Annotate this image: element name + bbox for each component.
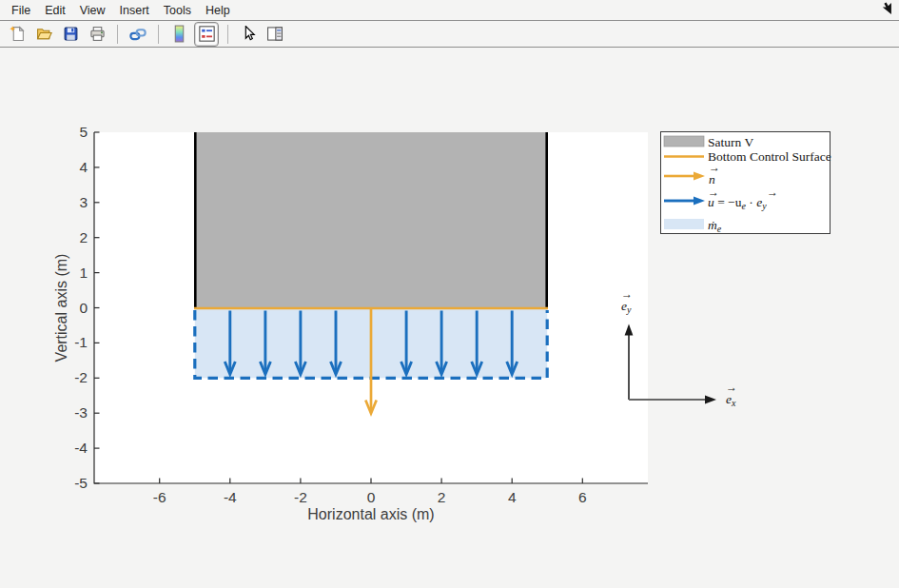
svg-text:-5: -5: [74, 475, 88, 491]
print-icon: [89, 26, 106, 42]
figure-window: { "menu": { "items": ["File", "Edit", "V…: [0, 0, 899, 588]
print-figure-button[interactable]: [86, 23, 108, 46]
e-x-label: → ex: [726, 381, 737, 408]
mouse-cursor-icon: [879, 2, 892, 15]
e-x-arrowhead: [705, 396, 716, 404]
link-plot-icon: [129, 26, 147, 43]
svg-text:0: 0: [79, 300, 88, 316]
insert-colorbar-icon: [171, 25, 187, 43]
legend-label: u = −ue · ey: [708, 195, 767, 211]
svg-text:-3: -3: [74, 404, 88, 421]
svg-text:ex: ex: [726, 392, 736, 408]
save-icon: [63, 26, 79, 42]
svg-text:2: 2: [438, 489, 446, 505]
link-plot-button[interactable]: [127, 23, 149, 46]
legend-swatch-gray-patch: [664, 136, 704, 147]
svg-text:4: 4: [508, 489, 517, 505]
toolbar-separator: [158, 25, 159, 44]
legend-label: Saturn V: [708, 135, 753, 149]
save-figure-button[interactable]: [59, 23, 82, 46]
svg-text:3: 3: [79, 194, 88, 210]
svg-text:-4: -4: [224, 489, 237, 505]
legend-label: n: [709, 172, 715, 186]
toolbar-separator: [117, 25, 118, 44]
menu-item-edit[interactable]: Edit: [41, 3, 69, 18]
menu-item-view[interactable]: View: [76, 3, 109, 18]
svg-text:-4: -4: [74, 440, 88, 456]
x-axis-label: Horizontal axis (m): [307, 506, 434, 522]
legend-label-arrow: →: [767, 186, 778, 199]
svg-text:5: 5: [79, 124, 88, 140]
edit-plot-button[interactable]: [237, 23, 260, 46]
toolbar: [0, 21, 899, 48]
svg-text:-6: -6: [153, 489, 166, 505]
y-axis-label: Vertical axis (m): [53, 254, 69, 363]
menu-item-help[interactable]: Help: [202, 3, 234, 18]
svg-text:4: 4: [79, 159, 88, 175]
new-document-button[interactable]: [6, 23, 29, 46]
svg-text:-1: -1: [74, 334, 88, 350]
new-document-icon: [10, 26, 26, 42]
edit-plot-cursor-icon: [241, 26, 257, 42]
legend-label: Bottom Control Surface: [708, 149, 831, 164]
open-file-icon: [36, 26, 52, 42]
insert-legend-button[interactable]: [194, 22, 219, 47]
svg-text:0: 0: [367, 489, 376, 505]
legend-swatch-lightblue-patch: [664, 219, 704, 229]
axes: -6 -4 -2 0 2 4 6 5 4 3 2 1 0 -1 -2 -3 -4…: [0, 47, 899, 588]
menu-bar: File Edit View Insert Tools Help: [0, 0, 899, 21]
y-tick-labels: 5 4 3 2 1 0 -1 -2 -3 -4 -5: [74, 124, 88, 491]
svg-text:2: 2: [79, 229, 88, 245]
open-file-button[interactable]: [32, 23, 55, 46]
figure-canvas: -6 -4 -2 0 2 4 6 5 4 3 2 1 0 -1 -2 -3 -4…: [0, 47, 899, 588]
insert-legend-icon: [199, 26, 215, 42]
legend[interactable]: Saturn V Bottom Control Surface → n → → …: [661, 132, 831, 234]
plot-browser-button[interactable]: [264, 23, 286, 46]
x-tick-labels: -6 -4 -2 0 2 4 6: [153, 489, 587, 505]
svg-text:-2: -2: [74, 369, 88, 385]
svg-text:-2: -2: [294, 489, 307, 505]
toolbar-separator: [227, 25, 228, 44]
menu-item-insert[interactable]: Insert: [116, 3, 153, 18]
insert-colorbar-button[interactable]: [167, 23, 190, 46]
menu-item-tools[interactable]: Tools: [160, 3, 195, 18]
plot-browser-icon: [266, 26, 283, 42]
saturn-v-body: [194, 132, 548, 309]
svg-text:6: 6: [578, 489, 587, 505]
menu-item-file[interactable]: File: [8, 3, 34, 18]
svg-text:1: 1: [79, 265, 88, 281]
